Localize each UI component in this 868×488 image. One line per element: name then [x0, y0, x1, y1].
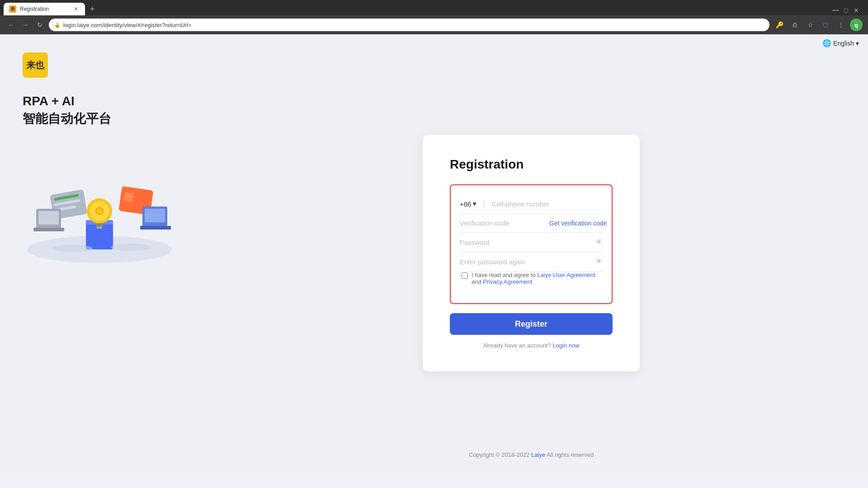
phone-input[interactable] — [491, 200, 603, 208]
confirm-password-toggle-icon[interactable]: 👁 — [595, 258, 603, 266]
dropdown-arrow-icon: ▾ — [473, 200, 476, 208]
register-button[interactable]: Register — [450, 313, 613, 335]
verification-field-row: Get verification code — [460, 214, 603, 233]
bookmark-icon[interactable]: ☆ — [804, 19, 816, 31]
and-text: and — [472, 278, 483, 285]
tab-title: Registration — [20, 6, 49, 12]
tab-close-button[interactable]: ✕ — [72, 5, 80, 13]
verification-code-input[interactable] — [460, 219, 546, 227]
svg-point-21 — [52, 245, 93, 252]
get-verification-code-button[interactable]: Get verification code — [549, 220, 607, 227]
agreement-text: I have read and agree to Laiye User Agre… — [472, 272, 595, 285]
lang-label: English — [833, 40, 854, 47]
copyright-text: Copyright © 2018-2022 — [469, 451, 531, 458]
window-maximize[interactable]: □ — [844, 7, 848, 14]
forward-button[interactable]: → — [20, 19, 31, 30]
right-panel: 🌐 English ▾ Registration +86 ▾ — [194, 34, 868, 472]
svg-rect-6 — [96, 223, 103, 227]
logo: 来也 — [23, 52, 48, 78]
key-icon[interactable]: 🔑 — [773, 19, 786, 31]
laiye-footer-link[interactable]: Laiye — [531, 451, 545, 458]
tab-bar: 来 Registration ✕ + ─ □ ✕ — [0, 0, 868, 15]
password-field-row: 👁 — [460, 233, 603, 252]
language-selector[interactable]: 🌐 English ▾ — [822, 39, 859, 47]
extensions-icon[interactable]: ⬡ — [819, 19, 832, 31]
page-title: Registration — [450, 157, 613, 172]
password-toggle-icon[interactable]: 👁 — [595, 238, 603, 246]
url-text: login.laiye.com/identity/view/#/register… — [63, 22, 192, 28]
back-button[interactable]: ← — [5, 19, 16, 30]
tagline-line1: RPA + AI — [23, 92, 172, 110]
password-input[interactable] — [460, 239, 592, 246]
address-bar[interactable]: 🔒 login.laiye.com/identity/view/#/regist… — [49, 19, 769, 31]
active-tab[interactable]: 来 Registration ✕ — [4, 3, 85, 15]
share-icon[interactable]: ⎙ — [788, 19, 801, 31]
svg-rect-17 — [33, 228, 64, 231]
login-prompt: Already have an account? Login now — [450, 342, 613, 349]
tagline-line2: 智能自动化平台 — [23, 110, 172, 127]
confirm-password-input[interactable] — [460, 258, 592, 266]
left-panel: 来也 RPA + AI 智能自动化平台 — [0, 34, 194, 472]
phone-divider — [484, 200, 484, 207]
svg-rect-19 — [145, 209, 165, 222]
svg-rect-14 — [123, 192, 134, 202]
rights-text: All rights reserved — [545, 451, 594, 458]
form-outlined-section: +86 ▾ Get verification code 👁 — [450, 184, 613, 304]
agreement-checkbox[interactable] — [462, 272, 468, 279]
lock-icon: 🔒 — [54, 22, 61, 28]
svg-rect-20 — [140, 226, 171, 230]
toolbar-icons: 🔑 ⎙ ☆ ⬡ ⋮ q — [773, 19, 863, 31]
reload-button[interactable]: ↻ — [34, 19, 45, 30]
login-prompt-text: Already have an account? — [483, 342, 551, 349]
registration-card: Registration +86 ▾ Get verification code — [423, 135, 640, 371]
window-minimize[interactable]: ─ — [832, 5, 839, 15]
address-bar-row: ← → ↻ 🔒 login.laiye.com/identity/view/#/… — [0, 15, 868, 34]
globe-icon: 🌐 — [822, 39, 831, 47]
agree-prefix: I have read and agree to — [472, 272, 537, 278]
footer: Copyright © 2018-2022 Laiye All rights r… — [469, 451, 594, 458]
illustration — [23, 150, 167, 267]
svg-point-22 — [111, 244, 151, 251]
page-content: 来也 RPA + AI 智能自动化平台 — [0, 34, 868, 472]
svg-rect-16 — [38, 211, 59, 225]
profile-avatar[interactable]: q — [850, 19, 863, 31]
privacy-agreement-link[interactable]: Privacy Agreement — [483, 278, 532, 285]
tab-favicon: 来 — [9, 5, 16, 13]
confirm-password-field-row: 👁 — [460, 252, 603, 272]
agreement-row: I have read and agree to Laiye User Agre… — [460, 272, 603, 285]
menu-icon[interactable]: ⋮ — [835, 19, 847, 31]
phone-prefix[interactable]: +86 ▾ — [460, 200, 476, 208]
tagline: RPA + AI 智能自动化平台 — [23, 92, 172, 127]
new-tab-button[interactable]: + — [86, 3, 99, 15]
phone-field-row: +86 ▾ — [460, 194, 603, 214]
svg-rect-7 — [97, 227, 102, 229]
svg-point-5 — [96, 207, 103, 215]
chevron-down-icon: ▾ — [856, 40, 859, 47]
user-agreement-link[interactable]: Laiye User Agreement — [537, 272, 595, 278]
country-code: +86 — [460, 200, 471, 208]
login-now-link[interactable]: Login now — [552, 342, 579, 349]
window-close[interactable]: ✕ — [854, 7, 859, 14]
